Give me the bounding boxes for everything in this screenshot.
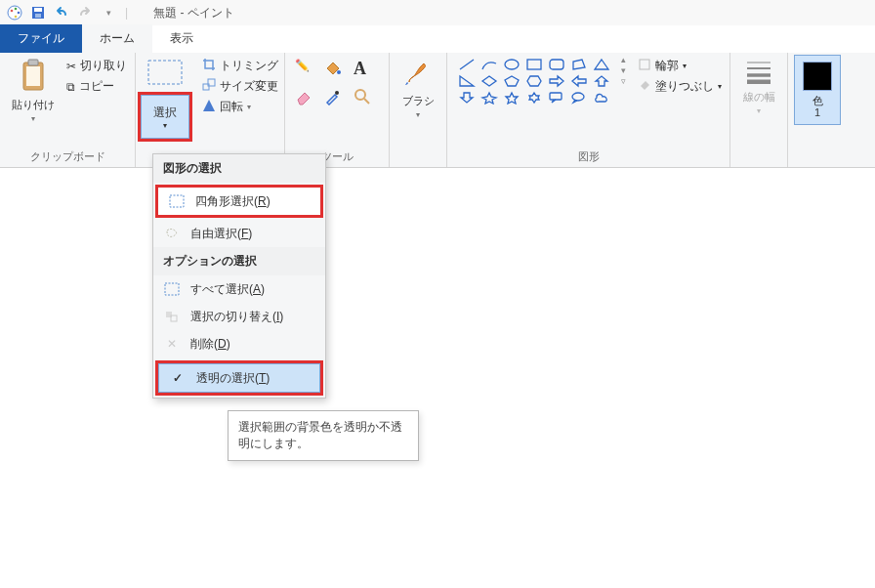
shape-diamond-icon[interactable]	[480, 74, 498, 88]
copy-label: コピー	[79, 78, 114, 95]
dd-free-select-label: 自由選択(F)	[190, 226, 252, 242]
resize-label: サイズ変更	[220, 78, 278, 95]
chevron-down-icon: ▾	[163, 121, 167, 130]
shape-5star-icon[interactable]	[503, 91, 521, 105]
crop-button[interactable]: トリミング	[200, 57, 280, 75]
tab-strip: ファイル ホーム 表示	[0, 25, 875, 53]
color1-button[interactable]: 色 1	[794, 55, 841, 125]
delete-icon: ✕	[163, 335, 181, 353]
shape-curve-icon[interactable]	[480, 58, 498, 71]
group-brushes: ブラシ ▾	[390, 53, 447, 167]
shape-callout-cloud-icon[interactable]	[593, 91, 610, 105]
selection-rect-icon	[147, 60, 183, 88]
shape-callout-rect-icon[interactable]	[548, 91, 565, 105]
shape-6star-icon[interactable]	[525, 91, 543, 105]
svg-rect-10	[28, 60, 38, 65]
shape-arrow-d-icon[interactable]	[458, 91, 476, 105]
select-button[interactable]: 選択 ▾	[138, 92, 192, 142]
magnifier-tool[interactable]	[354, 88, 379, 113]
shape-triangle-icon[interactable]	[593, 58, 610, 71]
dd-delete-label: 削除(D)	[190, 336, 230, 353]
qat-dropdown-icon[interactable]: ▾	[98, 2, 119, 23]
shape-arrow-l-icon[interactable]	[570, 74, 588, 88]
pencil-tool[interactable]: ✏️	[295, 59, 320, 84]
svg-point-1	[11, 10, 14, 13]
shape-polygon-icon[interactable]	[570, 58, 588, 71]
shape-rtri-icon[interactable]	[458, 74, 476, 88]
svg-point-2	[15, 8, 18, 11]
dd-section-option: オプションの選択	[153, 247, 325, 275]
dd-transparent-select[interactable]: ✓ 透明の選択(T)	[158, 363, 320, 393]
copy-icon: ⧉	[66, 80, 75, 94]
shape-line-icon[interactable]	[458, 58, 476, 71]
shapes-gallery[interactable]	[453, 55, 615, 107]
undo-icon[interactable]	[51, 2, 72, 23]
group-linewidth: 線の幅 ▾	[730, 53, 788, 167]
resize-icon	[202, 78, 216, 95]
group-tools: ✏️ A ツール	[285, 53, 390, 167]
dd-rect-select[interactable]: 四角形選択(R)	[158, 188, 320, 215]
select-all-icon	[163, 280, 181, 298]
bucket-icon	[638, 78, 651, 95]
rect-select-icon	[168, 192, 186, 210]
tab-view[interactable]: 表示	[152, 24, 211, 53]
fill-button[interactable]: 塗りつぶし ▾	[636, 77, 724, 96]
shape-arrow-r-icon[interactable]	[548, 74, 565, 88]
titlebar: ▾ | 無題 - ペイント	[0, 0, 875, 25]
shape-pentagon-icon[interactable]	[503, 74, 521, 88]
text-tool[interactable]: A	[354, 59, 379, 84]
fill-tool[interactable]	[324, 59, 350, 84]
group-image: 選択 ▾ トリミング サイズ変更 回転 ▾	[136, 53, 285, 167]
rotate-icon	[202, 99, 216, 115]
shapes-scroll-up-icon[interactable]: ▴	[621, 55, 626, 64]
invert-icon	[163, 308, 181, 325]
brush-button[interactable]: ブラシ ▾	[396, 55, 440, 123]
dd-transparent-label: 透明の選択(T)	[196, 370, 270, 387]
svg-point-3	[18, 12, 21, 15]
paint-icon	[4, 2, 25, 23]
dd-invert-label: 選択の切り替え(I)	[190, 309, 283, 325]
crop-label: トリミング	[220, 58, 278, 74]
svg-rect-30	[165, 283, 179, 295]
color1-label: 色 1	[812, 95, 823, 118]
tab-file[interactable]: ファイル	[0, 24, 82, 53]
cut-button[interactable]: ✂ 切り取り	[64, 57, 129, 75]
shape-hexagon-icon[interactable]	[525, 74, 543, 88]
shape-arrow-u-icon[interactable]	[593, 74, 610, 88]
svg-line-18	[460, 60, 474, 69]
resize-button[interactable]: サイズ変更	[200, 77, 280, 96]
brush-label: ブラシ	[402, 95, 435, 106]
shapes-expand-icon[interactable]: ▿	[621, 76, 626, 86]
dd-invert: 選択の切り替え(I)	[153, 303, 325, 330]
rotate-button[interactable]: 回転 ▾	[200, 98, 280, 116]
tab-home[interactable]: ホーム	[82, 24, 152, 53]
picker-tool[interactable]	[324, 88, 350, 113]
shape-4star-icon[interactable]	[480, 91, 498, 105]
chevron-down-icon: ▾	[247, 103, 251, 111]
dd-select-all[interactable]: すべて選択(A)	[153, 275, 325, 303]
dd-section-shape: 図形の選択	[153, 154, 325, 183]
shape-roundrect-icon[interactable]	[548, 58, 565, 71]
shape-oval-icon[interactable]	[503, 58, 521, 71]
scissors-icon: ✂	[66, 60, 76, 73]
clipboard-icon	[20, 59, 47, 95]
shape-rect-icon[interactable]	[525, 58, 543, 71]
group-clipboard-label: クリップボード	[6, 147, 129, 167]
crop-icon	[202, 58, 216, 74]
outline-button[interactable]: 輪郭 ▾	[636, 57, 724, 75]
dd-free-select[interactable]: 自由選択(F)	[153, 220, 325, 247]
canvas[interactable]	[0, 172, 875, 588]
save-icon[interactable]	[27, 2, 49, 23]
redo-icon[interactable]	[74, 2, 96, 23]
dd-rect-select-label: 四角形選択(R)	[195, 193, 271, 210]
svg-point-14	[337, 70, 341, 74]
group-clipboard: 貼り付け ▾ ✂ 切り取り ⧉ コピー クリップボード	[0, 53, 136, 167]
copy-button[interactable]: ⧉ コピー	[64, 77, 129, 96]
linewidth-button[interactable]: 線の幅 ▾	[736, 55, 781, 119]
shapes-scroll-down-icon[interactable]: ▾	[621, 65, 626, 75]
shape-callout-oval-icon[interactable]	[570, 91, 588, 105]
eraser-tool[interactable]	[295, 88, 320, 113]
svg-rect-24	[640, 60, 649, 69]
paste-button[interactable]: 貼り付け ▾	[6, 55, 61, 127]
tooltip: 選択範囲の背景色を透明か不透明にします。	[228, 410, 419, 461]
